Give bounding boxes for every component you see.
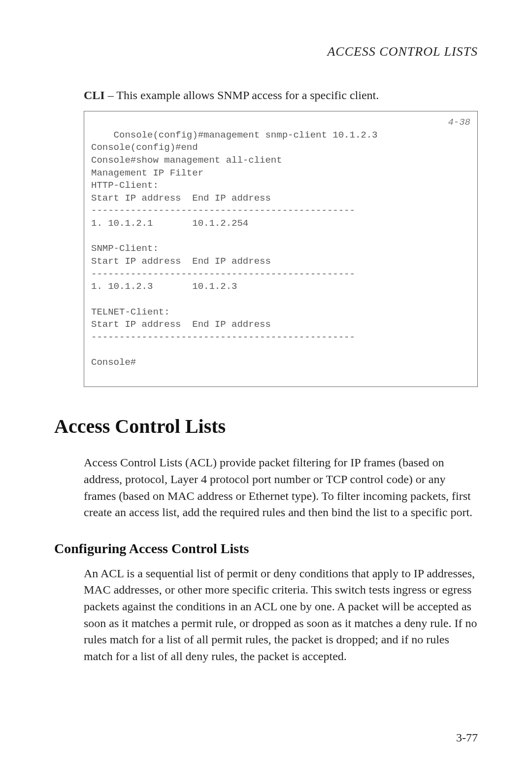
cli-intro-text: – This example allows SNMP access for a … (105, 89, 379, 102)
section-heading: Access Control Lists (54, 415, 478, 438)
running-header: ACCESS CONTROL LISTS (54, 44, 478, 59)
running-header-text: ACCESS CONTROL LISTS (327, 44, 478, 59)
section-paragraph: Access Control Lists (ACL) provide packe… (84, 455, 478, 521)
cli-intro-line: CLI – This example allows SNMP access fo… (84, 89, 478, 102)
cli-label: CLI (84, 89, 105, 102)
cli-output-text: Console(config)#management snmp-client 1… (91, 130, 378, 368)
subsection-heading: Configuring Access Control Lists (54, 541, 478, 557)
cli-reference: 4-38 (448, 116, 470, 129)
subsection-paragraph: An ACL is a sequential list of permit or… (84, 565, 478, 665)
page-number: 3-77 (456, 731, 478, 744)
document-page: ACCESS CONTROL LISTS CLI – This example … (0, 0, 532, 774)
cli-output-box: 4-38Console(config)#management snmp-clie… (84, 111, 478, 387)
